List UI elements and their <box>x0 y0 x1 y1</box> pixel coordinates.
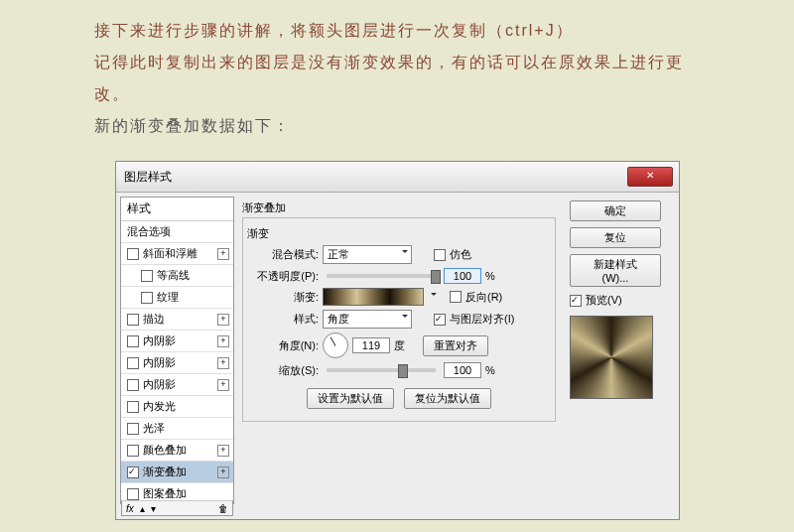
sidebar-footer: fx ▴ ▾ 🗑 <box>121 500 233 516</box>
gradient-swatch[interactable] <box>323 288 424 306</box>
dither-label: 仿色 <box>450 247 471 262</box>
footer-down-icon[interactable]: ▾ <box>151 503 156 514</box>
style-select[interactable]: 角度 <box>323 310 412 329</box>
sidebar-item-5[interactable]: 内阴影+ <box>121 331 233 352</box>
sidebar-checkbox-5[interactable] <box>127 335 139 347</box>
ok-button[interactable]: 确定 <box>570 200 661 221</box>
set-default-button[interactable]: 设置为默认值 <box>307 388 394 409</box>
instruction-line3: 新的渐变叠加数据如下： <box>94 110 700 142</box>
sidebar-item-7[interactable]: 内阴影+ <box>121 374 233 396</box>
sidebar-checkbox-8[interactable] <box>127 401 139 413</box>
sidebar-checkbox-1[interactable] <box>127 248 139 260</box>
cancel-button[interactable]: 复位 <box>570 227 661 248</box>
fx-icon[interactable]: fx <box>126 503 134 514</box>
sidebar-label-5: 内阴影 <box>143 333 176 348</box>
sidebar-item-4[interactable]: 描边+ <box>121 309 233 331</box>
sidebar-label-11: 渐变叠加 <box>143 465 187 479</box>
sidebar-checkbox-3[interactable] <box>141 292 153 304</box>
align-checkbox[interactable] <box>434 314 446 326</box>
new-style-button[interactable]: 新建样式(W)... <box>570 254 661 287</box>
blend-mode-select[interactable]: 正常 <box>323 245 412 264</box>
sidebar-item-9[interactable]: 光泽 <box>121 418 233 440</box>
sidebar-label-6: 内阴影 <box>143 355 176 370</box>
sidebar-checkbox-7[interactable] <box>127 379 139 391</box>
sidebar-checkbox-12[interactable] <box>127 488 139 500</box>
sidebar-item-6[interactable]: 内阴影+ <box>121 352 233 374</box>
sidebar-checkbox-2[interactable] <box>141 270 153 282</box>
style-label: 样式: <box>247 312 319 327</box>
preview-checkbox[interactable] <box>570 295 582 307</box>
opacity-unit: % <box>485 270 495 282</box>
close-button[interactable]: ✕ <box>627 167 673 187</box>
angle-unit: 度 <box>394 338 405 353</box>
sidebar-label-7: 内阴影 <box>143 377 176 392</box>
reset-default-button[interactable]: 复位为默认值 <box>404 388 491 409</box>
styles-sidebar: 样式 混合选项斜面和浮雕+等高线纹理描边+内阴影+内阴影+内阴影+内发光光泽颜色… <box>120 197 234 504</box>
sidebar-label-0: 混合选项 <box>127 224 171 239</box>
sidebar-item-2[interactable]: 等高线 <box>121 265 233 287</box>
sidebar-add-11[interactable]: + <box>217 466 229 478</box>
right-panel: 确定 复位 新建样式(W)... 预览(V) <box>564 197 675 504</box>
sidebar-label-8: 内发光 <box>143 399 176 414</box>
scale-label: 缩放(S): <box>247 363 319 378</box>
sidebar-item-3[interactable]: 纹理 <box>121 287 233 309</box>
instruction-line2: 记得此时复制出来的图层是没有渐变效果的，有的话可以在原效果上进行更改。 <box>94 47 700 110</box>
preview-swatch <box>570 316 653 399</box>
sidebar-label-1: 斜面和浮雕 <box>143 246 198 261</box>
layer-style-dialog: 图层样式 ✕ 样式 混合选项斜面和浮雕+等高线纹理描边+内阴影+内阴影+内阴影+… <box>115 161 680 520</box>
dialog-title: 图层样式 <box>124 169 627 186</box>
angle-label: 角度(N): <box>247 338 319 353</box>
sidebar-checkbox-4[interactable] <box>127 314 139 326</box>
sidebar-label-10: 颜色叠加 <box>143 443 187 458</box>
reverse-label: 反向(R) <box>465 290 502 305</box>
sidebar-label-12: 图案叠加 <box>143 486 187 501</box>
group-title: 渐变叠加 <box>242 200 556 215</box>
titlebar[interactable]: 图层样式 ✕ <box>116 162 679 193</box>
sidebar-add-10[interactable]: + <box>217 445 229 457</box>
sidebar-add-5[interactable]: + <box>217 335 229 347</box>
gradient-label: 渐变: <box>247 290 319 305</box>
footer-up-icon[interactable]: ▴ <box>140 503 145 514</box>
sidebar-item-0[interactable]: 混合选项 <box>121 221 233 243</box>
instruction-line1: 接下来进行步骤的讲解，将额头图层进行一次复制（ctrl+J） <box>94 15 700 47</box>
sidebar-item-11[interactable]: 渐变叠加+ <box>121 462 233 483</box>
options-panel: 渐变叠加 渐变 混合模式: 正常 仿色 不透明度(P): 100 % 渐变 <box>234 197 564 504</box>
scale-unit: % <box>485 364 495 376</box>
sidebar-item-1[interactable]: 斜面和浮雕+ <box>121 243 233 265</box>
angle-input[interactable]: 119 <box>352 337 390 353</box>
sidebar-add-1[interactable]: + <box>217 248 229 260</box>
sidebar-label-9: 光泽 <box>143 421 165 436</box>
scale-input[interactable]: 100 <box>444 362 481 378</box>
reset-align-button[interactable]: 重置对齐 <box>423 335 488 356</box>
reverse-checkbox[interactable] <box>450 291 462 303</box>
scale-slider[interactable] <box>327 368 436 372</box>
opacity-input[interactable]: 100 <box>444 268 481 284</box>
sidebar-label-2: 等高线 <box>157 268 190 283</box>
sidebar-label-4: 描边 <box>143 312 165 327</box>
sidebar-add-6[interactable]: + <box>217 357 229 369</box>
inner-title: 渐变 <box>247 226 551 241</box>
sidebar-label-3: 纹理 <box>157 290 179 305</box>
sidebar-checkbox-10[interactable] <box>127 445 139 457</box>
preview-label: 预览(V) <box>586 293 622 308</box>
sidebar-header[interactable]: 样式 <box>121 198 233 221</box>
sidebar-add-4[interactable]: + <box>217 314 229 326</box>
sidebar-item-8[interactable]: 内发光 <box>121 396 233 418</box>
sidebar-checkbox-6[interactable] <box>127 357 139 369</box>
dither-checkbox[interactable] <box>434 249 446 261</box>
sidebar-checkbox-9[interactable] <box>127 423 139 435</box>
opacity-label: 不透明度(P): <box>247 269 319 284</box>
blend-mode-label: 混合模式: <box>247 247 319 262</box>
sidebar-checkbox-11[interactable] <box>127 466 139 478</box>
opacity-slider[interactable] <box>327 274 436 278</box>
sidebar-item-10[interactable]: 颜色叠加+ <box>121 440 233 462</box>
trash-icon[interactable]: 🗑 <box>218 503 228 514</box>
align-label: 与图层对齐(I) <box>450 312 514 327</box>
angle-control[interactable] <box>323 332 348 358</box>
sidebar-add-7[interactable]: + <box>217 379 229 391</box>
